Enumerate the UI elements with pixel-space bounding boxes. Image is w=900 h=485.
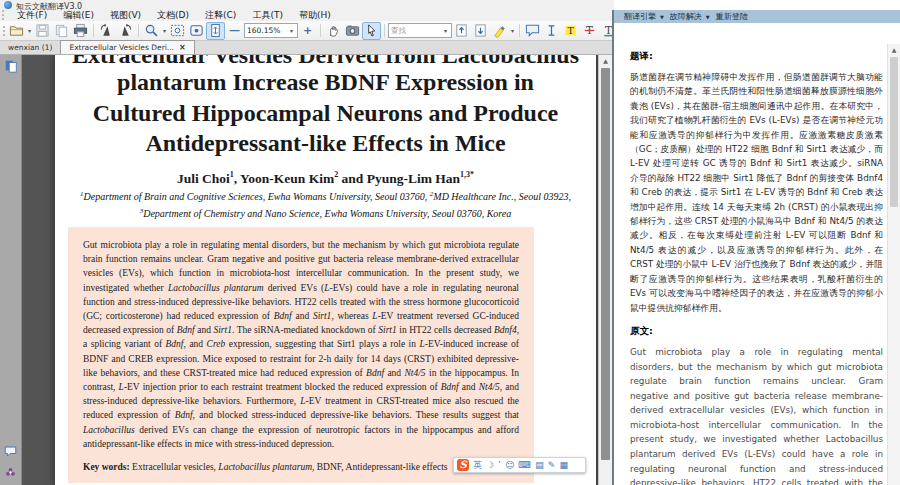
- attachments-panel-icon[interactable]: [4, 466, 18, 480]
- translation-engine-menu[interactable]: 翻译引擎: [624, 11, 656, 22]
- menu-tools[interactable]: 工具(T): [244, 9, 291, 21]
- svg-text:T: T: [567, 25, 574, 36]
- toolbox-grid-icon[interactable]: ▦: [559, 458, 568, 472]
- pages-panel-icon[interactable]: [4, 59, 18, 73]
- search-placeholder: 查找: [391, 26, 406, 36]
- translator-scroll-up-icon[interactable]: ▲: [888, 44, 900, 55]
- toolbar-drag-handle[interactable]: [3, 26, 5, 36]
- translation-chinese-text: 肠道菌群在调节精神障碍中发挥作用，但肠道菌群调节大脑功能的机制仍不清楚。革兰氏阴…: [630, 70, 883, 315]
- punctuation-type-icon[interactable]: ’: [498, 458, 501, 472]
- menubar-drag-handle[interactable]: [2, 10, 7, 20]
- svg-text:T: T: [605, 24, 612, 36]
- pdf-scrollbar-thumb[interactable]: [601, 68, 610, 460]
- voice-input-icon[interactable]: ⌨: [518, 458, 531, 472]
- paper-title-line4: Antidepressant-like Effects in Mice: [55, 128, 596, 159]
- find-previous-button[interactable]: [452, 22, 471, 40]
- comments-panel-icon[interactable]: [4, 445, 18, 459]
- menu-document[interactable]: 文档(D): [149, 9, 197, 21]
- paper-title-line2: plantarum Increase BDNF Expression in: [55, 67, 596, 98]
- zoom-in-button[interactable]: +: [298, 22, 317, 40]
- menu-file[interactable]: 文件(F): [9, 9, 55, 21]
- menu-view[interactable]: 视图(V): [102, 9, 149, 21]
- print-button[interactable]: [71, 22, 90, 40]
- app-logo-icon: [4, 1, 12, 9]
- hand-tool-icon: [326, 23, 341, 38]
- paper-title-line3: Cultured Hippocampal Neurons and Produce: [55, 98, 596, 129]
- troubleshoot-caret[interactable]: ▼: [706, 14, 710, 20]
- troubleshoot-menu[interactable]: 故障解决: [670, 11, 702, 22]
- translator-scrollbar-thumb[interactable]: [890, 57, 898, 207]
- rotate-left-button[interactable]: [97, 22, 116, 40]
- save-icon: [35, 23, 50, 38]
- loupe-icon: [189, 23, 204, 38]
- zoom-level-select[interactable]: 160.15% ▾: [244, 23, 298, 38]
- rotate-right-icon: [118, 23, 133, 38]
- translation-engine-caret[interactable]: ▼: [660, 14, 664, 20]
- select-tool-button[interactable]: [362, 22, 381, 40]
- tab-active-label: Extracellular Vesicles Deri...: [69, 43, 174, 53]
- highlight-text-button[interactable]: T: [561, 22, 580, 40]
- original-section-label: 原文:: [630, 325, 883, 338]
- continuous-scroll-icon: [208, 23, 223, 38]
- snapshot-button[interactable]: [343, 22, 362, 40]
- zoom-level-caret: ▾: [288, 27, 295, 34]
- pdf-scroll-up-icon[interactable]: ▲: [599, 55, 612, 66]
- translator-scrollbar[interactable]: ▲: [887, 44, 900, 485]
- search-highlight-button[interactable]: [490, 22, 509, 40]
- open-folder-button[interactable]: [7, 22, 26, 40]
- translator-drag-handle[interactable]: [617, 12, 622, 22]
- original-english-text: Gut microbiota play a role in regulating…: [630, 345, 883, 485]
- save-button[interactable]: [33, 22, 52, 40]
- open-dropdown-caret[interactable]: ▾: [26, 27, 33, 34]
- menu-annotate[interactable]: 注释(C): [197, 9, 244, 21]
- loupe-tool-button[interactable]: [187, 22, 206, 40]
- tab-active-document[interactable]: Extracellular Vesicles Deri... ×: [60, 40, 194, 54]
- lang-toggle-icon[interactable]: 英: [473, 458, 482, 472]
- sogou-logo-icon[interactable]: S: [457, 459, 469, 471]
- magnifier-icon: [144, 23, 159, 38]
- abstract-text: Gut microbiota play a role in regulating…: [83, 238, 519, 451]
- pdf-scrollbar[interactable]: ▲: [598, 55, 612, 485]
- emoji-icon[interactable]: ☺: [505, 458, 514, 472]
- rotate-right-button[interactable]: [116, 22, 135, 40]
- translator-header: 翻译引擎 ▼ 故障解决 ▼ 重新登陆: [614, 10, 900, 23]
- zoom-out-button[interactable]: —: [225, 22, 244, 40]
- tab-bar: wenxian (1) Extracellular Vesicles Deri.…: [0, 41, 614, 55]
- relogin-link[interactable]: 重新登陆: [716, 11, 748, 22]
- menu-bar: 文件(F) 编辑(E) 视图(V) 文档(D) 注释(C) 工具(T) 帮助(H…: [2, 9, 339, 21]
- find-next-button[interactable]: [471, 22, 490, 40]
- menu-edit[interactable]: 编辑(E): [55, 9, 102, 21]
- pdf-page: Extracellular Vesicles Derived from Lact…: [55, 55, 596, 485]
- toolbar: ▾ ▾ — 160.15%: [0, 21, 614, 41]
- text-select-button[interactable]: [542, 22, 561, 40]
- strikeout-text-button[interactable]: T: [580, 22, 599, 40]
- note-bubble-icon: [525, 23, 540, 38]
- continuous-scroll-button[interactable]: [206, 22, 225, 40]
- rotate-left-icon: [99, 23, 114, 38]
- pdf-viewer: Extracellular Vesicles Derived from Lact…: [0, 55, 612, 485]
- tab-wenxian[interactable]: wenxian (1): [0, 41, 60, 54]
- zoom-tool-button[interactable]: [142, 22, 161, 40]
- marquee-zoom-button[interactable]: [168, 22, 187, 40]
- highlight-text-icon: T: [563, 23, 578, 38]
- soft-keyboard-icon[interactable]: ▤: [535, 458, 544, 472]
- search-input[interactable]: 查找 ▾: [388, 23, 452, 38]
- paper-title-clipped-line: Extracellular Vesicles Derived from Lact…: [55, 55, 596, 67]
- camera-icon: [345, 23, 360, 38]
- select-arrow-icon: [364, 23, 379, 38]
- note-comment-button[interactable]: [523, 22, 542, 40]
- punctuation-width-icon[interactable]: ☽: [486, 458, 494, 472]
- paper-authors: Juli Choi1, Yoon-Keun Kim2 and Pyung-Lim…: [55, 170, 596, 187]
- strikeout-text-icon: T: [582, 23, 597, 38]
- abstract-highlight-box: Gut microbiota play a role in regulating…: [68, 227, 534, 483]
- ibeam-icon: [544, 23, 559, 38]
- print-icon: [73, 23, 88, 38]
- copy-button[interactable]: [52, 22, 71, 40]
- menu-help[interactable]: 帮助(H): [291, 9, 339, 21]
- tab-close-icon[interactable]: ×: [179, 44, 186, 52]
- search-highlight-caret[interactable]: ▾: [509, 27, 516, 34]
- zoom-tool-dropdown-caret[interactable]: ▾: [161, 27, 168, 34]
- hand-tool-button[interactable]: [324, 22, 343, 40]
- translator-content: 题译: 肠道菌群在调节精神障碍中发挥作用，但肠道菌群调节大脑功能的机制仍不清楚。…: [614, 23, 887, 485]
- handwriting-icon[interactable]: ✎: [548, 458, 556, 472]
